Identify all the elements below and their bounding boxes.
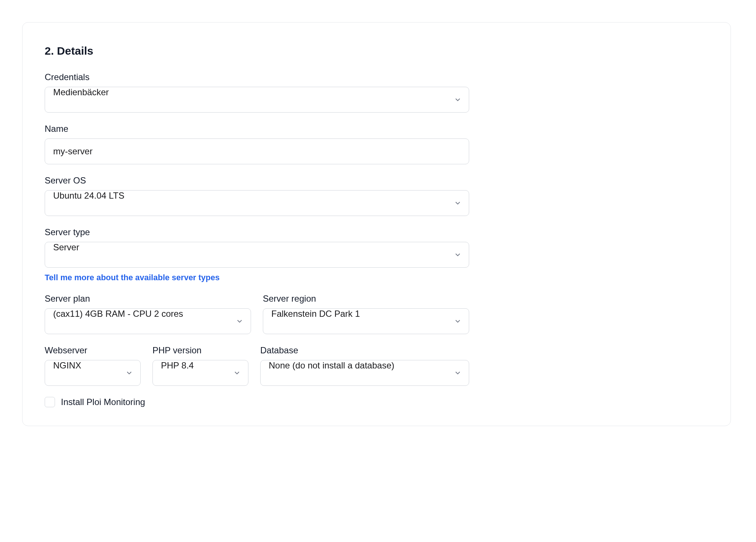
server-type-label: Server type xyxy=(45,227,469,237)
database-select[interactable]: None (do not install a database) xyxy=(260,360,469,386)
server-region-group: Server region Falkenstein DC Park 1 xyxy=(263,294,469,334)
webserver-select-wrapper: NGINX xyxy=(45,360,141,386)
credentials-label: Credentials xyxy=(45,72,469,82)
server-type-select-wrapper: Server xyxy=(45,242,469,268)
server-plan-label: Server plan xyxy=(45,294,251,304)
webserver-label: Webserver xyxy=(45,345,141,356)
credentials-select-wrapper: Medienbäcker xyxy=(45,87,469,113)
server-plan-select[interactable]: (cax11) 4GB RAM - CPU 2 cores xyxy=(45,308,251,334)
details-card: 2. Details Credentials Medienbäcker Name… xyxy=(22,22,731,426)
server-plan-group: Server plan (cax11) 4GB RAM - CPU 2 core… xyxy=(45,294,251,334)
server-type-group: Server type Server Tell me more about th… xyxy=(45,227,469,282)
monitoring-group: Install Ploi Monitoring xyxy=(45,397,708,407)
credentials-select[interactable]: Medienbäcker xyxy=(45,87,469,113)
section-title: 2. Details xyxy=(45,45,708,57)
name-input[interactable] xyxy=(45,138,469,164)
database-select-wrapper: None (do not install a database) xyxy=(260,360,469,386)
server-os-select[interactable]: Ubuntu 24.04 LTS xyxy=(45,190,469,216)
webserver-select[interactable]: NGINX xyxy=(45,360,141,386)
credentials-group: Credentials Medienbäcker xyxy=(45,72,469,113)
monitoring-label: Install Ploi Monitoring xyxy=(61,397,145,407)
server-type-help-link[interactable]: Tell me more about the available server … xyxy=(45,273,220,282)
server-os-select-wrapper: Ubuntu 24.04 LTS xyxy=(45,190,469,216)
server-region-label: Server region xyxy=(263,294,469,304)
web-php-db-row: Webserver NGINX PHP version PHP 8.4 Data… xyxy=(45,345,469,386)
php-version-group: PHP version PHP 8.4 xyxy=(152,345,248,386)
name-label: Name xyxy=(45,124,469,134)
plan-region-row: Server plan (cax11) 4GB RAM - CPU 2 core… xyxy=(45,294,469,334)
monitoring-checkbox[interactable] xyxy=(45,397,55,407)
database-group: Database None (do not install a database… xyxy=(260,345,469,386)
server-plan-select-wrapper: (cax11) 4GB RAM - CPU 2 cores xyxy=(45,308,251,334)
php-version-select-wrapper: PHP 8.4 xyxy=(152,360,248,386)
php-version-label: PHP version xyxy=(152,345,248,356)
name-group: Name xyxy=(45,124,469,164)
webserver-group: Webserver NGINX xyxy=(45,345,141,386)
php-version-select[interactable]: PHP 8.4 xyxy=(152,360,248,386)
database-label: Database xyxy=(260,345,469,356)
server-os-label: Server OS xyxy=(45,175,469,186)
server-os-group: Server OS Ubuntu 24.04 LTS xyxy=(45,175,469,216)
server-region-select-wrapper: Falkenstein DC Park 1 xyxy=(263,308,469,334)
server-type-select[interactable]: Server xyxy=(45,242,469,268)
server-region-select[interactable]: Falkenstein DC Park 1 xyxy=(263,308,469,334)
